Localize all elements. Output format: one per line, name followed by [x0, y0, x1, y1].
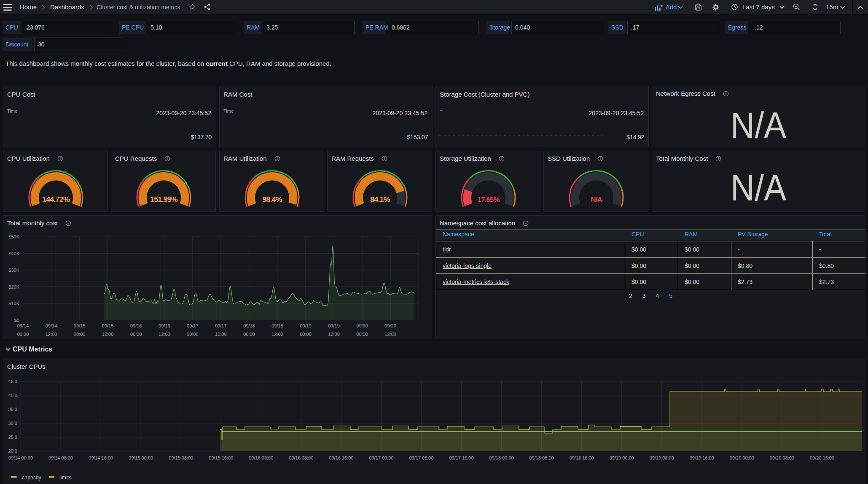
svg-text:09/15: 09/15 [74, 323, 86, 328]
svg-text:09/17 00:00: 09/17 00:00 [369, 455, 393, 460]
svg-text:09/16 00:00: 09/16 00:00 [249, 455, 273, 460]
svg-text:09/20: 09/20 [356, 323, 368, 328]
svg-text:12:00: 12:00 [159, 332, 170, 337]
svg-text:09/17 08:00: 09/17 08:00 [409, 455, 433, 460]
svg-text:00:00: 00:00 [17, 332, 29, 337]
svg-text:09/19 00:00: 09/19 00:00 [610, 455, 634, 460]
svg-text:12:00: 12:00 [102, 332, 114, 337]
svg-text:09/14 08:00: 09/14 08:00 [48, 455, 73, 460]
svg-text:limits: limits [59, 475, 71, 481]
svg-text:capacity: capacity [22, 475, 42, 481]
svg-text:09/18 16:00: 09/18 16:00 [570, 455, 594, 460]
svg-text:09/18 00:00: 09/18 00:00 [489, 455, 514, 460]
svg-text:$40K: $40K [8, 251, 19, 256]
svg-text:00:00: 00:00 [130, 332, 142, 337]
svg-text:09/19 16:00: 09/19 16:00 [690, 455, 714, 460]
svg-text:09/20 16:00: 09/20 16:00 [810, 455, 834, 460]
svg-text:09/16: 09/16 [159, 323, 170, 328]
svg-text:12:00: 12:00 [271, 332, 283, 337]
svg-text:09/15 16:00: 09/15 16:00 [209, 455, 233, 460]
svg-text:09/15 00:00: 09/15 00:00 [129, 455, 153, 460]
svg-text:20.0: 20.0 [8, 449, 17, 454]
svg-text:09/14 00:00: 09/14 00:00 [8, 455, 33, 460]
svg-text:09/16 08:00: 09/16 08:00 [289, 455, 313, 460]
svg-text:$20K: $20K [8, 284, 19, 289]
svg-text:00:00: 00:00 [74, 332, 86, 337]
svg-text:00:00: 00:00 [300, 332, 312, 337]
svg-text:$10K: $10K [8, 301, 19, 306]
svg-text:12:00: 12:00 [215, 332, 227, 337]
svg-text:151.99%: 151.99% [150, 195, 178, 204]
svg-text:144.72%: 144.72% [42, 195, 70, 204]
svg-text:98.4%: 98.4% [262, 195, 282, 204]
svg-text:09/20 08:00: 09/20 08:00 [770, 455, 794, 460]
svg-text:17.65%: 17.65% [477, 196, 500, 204]
svg-text:00:00: 00:00 [243, 332, 255, 337]
svg-text:$30K: $30K [8, 268, 19, 273]
svg-text:09/16: 09/16 [130, 323, 142, 328]
svg-text:09/20 00:00: 09/20 00:00 [730, 455, 754, 460]
svg-text:35.0: 35.0 [8, 407, 17, 412]
svg-text:09/19: 09/19 [300, 323, 312, 328]
svg-text:09/14 16:00: 09/14 16:00 [89, 455, 113, 460]
svg-text:30.0: 30.0 [8, 421, 17, 426]
svg-text:09/17: 09/17 [187, 323, 199, 328]
svg-text:40.0: 40.0 [8, 393, 17, 398]
svg-text:09/18: 09/18 [243, 323, 255, 328]
svg-text:09/15 08:00: 09/15 08:00 [169, 455, 193, 460]
svg-text:N/A: N/A [591, 196, 602, 204]
svg-text:25.0: 25.0 [8, 435, 17, 440]
svg-text:84.1%: 84.1% [370, 195, 390, 204]
svg-text:00:00: 00:00 [356, 332, 368, 337]
svg-text:09/18: 09/18 [271, 323, 283, 328]
svg-text:09/17 16:00: 09/17 16:00 [449, 455, 473, 460]
svg-text:09/19 08:00: 09/19 08:00 [650, 455, 674, 460]
svg-text:09/20: 09/20 [384, 323, 396, 328]
svg-text:12:00: 12:00 [384, 332, 396, 337]
svg-text:09/15: 09/15 [102, 323, 114, 328]
svg-text:12:00: 12:00 [328, 332, 340, 337]
svg-text:$0: $0 [14, 318, 19, 323]
svg-text:09/14: 09/14 [17, 323, 29, 328]
svg-text:09/19: 09/19 [328, 323, 340, 328]
svg-text:00:00: 00:00 [187, 332, 199, 337]
svg-text:$50K: $50K [8, 234, 19, 239]
svg-text:09/17: 09/17 [215, 323, 227, 328]
svg-text:09/14: 09/14 [46, 323, 57, 328]
svg-text:45.0: 45.0 [8, 379, 17, 384]
svg-text:09/16 16:00: 09/16 16:00 [329, 455, 353, 460]
svg-text:09/18 08:00: 09/18 08:00 [529, 455, 554, 460]
svg-text:12:00: 12:00 [46, 332, 57, 337]
